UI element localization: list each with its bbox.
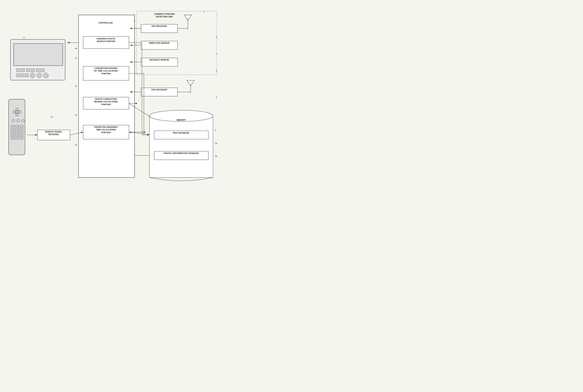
current-position-label: CURRENT POSITIONDETECTING UNIT	[141, 13, 188, 18]
guidance-route-label: GUIDANCE ROUTESEARCH PORTION	[84, 37, 128, 43]
knob2	[36, 73, 42, 78]
knob1	[30, 73, 35, 78]
ref-7: 7	[216, 53, 217, 55]
ref-11: 11	[75, 57, 77, 59]
traffic-database-label: TRAFFIC INFORMATION DATABASE	[154, 152, 208, 154]
button-row-2	[16, 74, 48, 78]
btn1	[16, 68, 25, 72]
ref-13: 13	[75, 114, 77, 116]
map-database-label: MAP DATABASE	[154, 132, 208, 134]
direction-sensor-label: DIRECTION SENSOR	[142, 42, 177, 44]
svg-line-25	[70, 132, 83, 135]
ref-2: 2	[215, 129, 216, 131]
svg-rect-29	[150, 116, 213, 178]
vics-receiver-label: VICS RECEIVER	[142, 88, 177, 91]
memory-label: MEMORY	[161, 119, 202, 121]
ref-6: 6	[216, 36, 217, 38]
ref-2b: 2b	[215, 155, 217, 157]
controller-label: CONTROLLER	[92, 22, 120, 24]
predicted-required-label: PREDICTED REQUIREDTIME CALCULATINGPORTIO…	[84, 126, 128, 134]
screen	[14, 43, 63, 66]
ref-4: 4	[23, 36, 24, 39]
dpad	[13, 108, 21, 116]
ref-4a: 4a	[75, 47, 77, 50]
remote-control	[8, 99, 25, 155]
ref-2a: 2a	[215, 142, 217, 144]
svg-marker-22	[187, 80, 194, 86]
svg-line-28	[129, 132, 151, 134]
ref-12: 12	[75, 85, 77, 87]
button-row-1	[16, 68, 44, 72]
display-device	[10, 39, 66, 80]
ref-10: 10	[50, 116, 53, 118]
svg-line-27	[129, 103, 151, 118]
circle-btns	[12, 119, 25, 122]
gps-receiver-label: GPS RECEIVER	[142, 25, 177, 28]
ref-3: 3	[134, 20, 135, 22]
key-rows	[11, 125, 23, 140]
knob3	[43, 73, 48, 78]
btn-wide	[16, 74, 28, 77]
distance-sensor-label: DISTANCE SENSOR	[142, 58, 177, 61]
btn2	[26, 68, 34, 72]
remote-signal-label: REMOTE SIGNALRECEIVER	[38, 130, 70, 136]
congestion-degree-label: CONGESTION DEGREEBY TIME CALCULATINGPORT…	[84, 67, 128, 75]
route-congestion-label: ROUTE CONGESTIONDEGREE CALCULATINGPORTIO…	[84, 98, 128, 106]
btn3	[36, 68, 44, 72]
ref-9: 9	[216, 96, 217, 98]
ref-1: 1	[204, 11, 205, 13]
ref-14: 14	[75, 144, 77, 146]
ref-8: 8	[216, 70, 217, 72]
